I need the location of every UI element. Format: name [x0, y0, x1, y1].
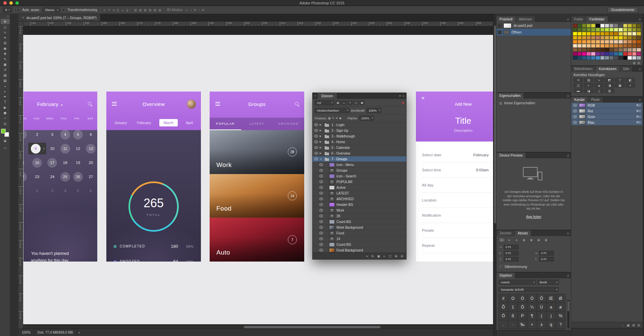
- glyphs-scrollbar[interactable]: [567, 300, 570, 329]
- glyph-cell[interactable]: #: [499, 294, 508, 302]
- marquee-tool[interactable]: ◻: [1, 24, 10, 30]
- color-swatch[interactable]: [623, 52, 628, 56]
- color-swatch[interactable]: [573, 44, 577, 48]
- visibility-eye-icon[interactable]: [319, 186, 323, 189]
- filter-toggle-icon[interactable]: ◉: [401, 101, 404, 104]
- layer-row[interactable]: T 28: [313, 213, 406, 219]
- distribute-hcenter-icon[interactable]: ▤: [153, 8, 157, 12]
- glyph-cell[interactable]: ¶: [527, 312, 536, 320]
- history-source-well[interactable]: [498, 31, 501, 34]
- color-swatch[interactable]: [600, 40, 605, 44]
- type-tool[interactable]: T: [1, 99, 10, 105]
- align-right-edges-icon[interactable]: ⊐: [112, 8, 115, 12]
- layer-row[interactable]: Food Background: [313, 247, 406, 253]
- color-swatch[interactable]: [605, 24, 609, 27]
- visibility-eye-icon[interactable]: [319, 209, 323, 212]
- field-value[interactable]: 0 Pt: [504, 245, 519, 249]
- expand-caret-icon[interactable]: ▶: [320, 129, 322, 132]
- color-swatch[interactable]: [578, 56, 582, 60]
- panel-menu-icon[interactable]: ≡: [565, 153, 571, 158]
- gradient-map-icon[interactable]: ▥: [605, 89, 614, 93]
- tab-swatches[interactable]: Farbfelder: [586, 16, 608, 22]
- threshold-icon[interactable]: ◪: [584, 89, 593, 93]
- color-swatch[interactable]: [605, 56, 609, 60]
- horizontal-scrollbar[interactable]: [23, 325, 493, 329]
- color-swatch[interactable]: [637, 24, 641, 27]
- panel-menu-icon[interactable]: ≡: [637, 66, 643, 72]
- glyph-cell[interactable]: a: [546, 303, 555, 311]
- blur-tool[interactable]: ◒: [1, 83, 10, 89]
- tool-preset-picker[interactable]: ✛ ▾: [3, 7, 12, 12]
- color-swatch[interactable]: [587, 56, 591, 60]
- color-swatch[interactable]: [605, 44, 609, 48]
- color-swatch[interactable]: [573, 56, 577, 60]
- layer-row[interactable]: ▶ 1 - Login: [313, 122, 406, 128]
- glyph-cell[interactable]: Õ: [499, 303, 508, 311]
- space-after-field[interactable]: ↧ 0 Pt: [535, 257, 568, 262]
- color-swatch[interactable]: [619, 32, 623, 36]
- color-swatch[interactable]: [628, 44, 632, 48]
- glyph-cell[interactable]: O: [508, 294, 517, 302]
- color-swatch[interactable]: [637, 28, 641, 32]
- justify-last-left-icon[interactable]: ≣: [521, 237, 527, 242]
- lock-pixels-icon[interactable]: ✎: [332, 117, 334, 120]
- color-swatch[interactable]: [596, 28, 600, 32]
- layer-row[interactable]: ▶ 6 - Overview: [313, 151, 406, 156]
- 3d-roll-icon[interactable]: ○: [190, 8, 192, 12]
- color-swatch[interactable]: [623, 24, 628, 27]
- layer-row[interactable]: ▶ 5 - Calendar: [313, 145, 406, 151]
- delete-swatch-icon[interactable]: ⊟: [637, 61, 640, 65]
- glyph-cell[interactable]: +: [527, 320, 536, 329]
- add-layer-mask-icon[interactable]: ▣: [377, 255, 380, 258]
- quick-selection-tool[interactable]: ✦: [1, 35, 10, 40]
- color-swatch[interactable]: [637, 56, 641, 60]
- color-swatch[interactable]: [628, 28, 632, 32]
- zoom-level[interactable]: 100%: [18, 329, 34, 336]
- glyph-cell[interactable]: ß: [508, 312, 517, 320]
- layer-row[interactable]: ▼ 7 - Groups: [313, 156, 406, 162]
- color-swatch[interactable]: [591, 52, 595, 56]
- tab-actions[interactable]: Aktionen: [516, 16, 535, 22]
- glyph-cell[interactable]: ”: [527, 329, 536, 330]
- new-layer-icon[interactable]: ⊞: [395, 255, 397, 258]
- 3d-scale-icon[interactable]: ⇄: [202, 8, 205, 12]
- photo-filter-icon[interactable]: ▲: [594, 83, 604, 88]
- visibility-eye-icon[interactable]: [319, 203, 323, 206]
- distribute-vcenter-icon[interactable]: ▥: [139, 8, 142, 12]
- color-swatch[interactable]: [609, 56, 614, 60]
- color-swatch[interactable]: [609, 24, 614, 27]
- glyph-cell[interactable]: Ô: [537, 294, 546, 302]
- eraser-tool[interactable]: ▨: [1, 72, 10, 78]
- glyph-cell[interactable]: „: [508, 329, 517, 330]
- shape-tool[interactable]: ◼: [1, 110, 10, 115]
- glyph-cell[interactable]: ‰: [518, 320, 527, 329]
- lock-position-icon[interactable]: ✛: [336, 117, 338, 120]
- color-swatch[interactable]: [578, 52, 582, 56]
- tab-character[interactable]: Zeichen: [496, 230, 515, 236]
- invert-icon[interactable]: ◓: [626, 83, 635, 88]
- color-swatch[interactable]: [632, 44, 637, 48]
- align-left-text-icon[interactable]: ≡: [498, 237, 505, 242]
- glyph-cell[interactable]: Œ: [546, 294, 555, 302]
- color-swatch[interactable]: [596, 36, 600, 40]
- color-swatch[interactable]: [637, 52, 641, 56]
- color-swatch[interactable]: [605, 40, 609, 44]
- visibility-eye-icon[interactable]: [573, 121, 577, 124]
- healing-brush-tool[interactable]: ✚: [1, 51, 10, 56]
- visibility-eye-icon[interactable]: [319, 226, 323, 229]
- visibility-eye-icon[interactable]: [314, 146, 318, 149]
- black-white-icon[interactable]: ◐: [584, 83, 593, 88]
- exposure-icon[interactable]: ◩: [605, 78, 614, 82]
- color-swatch[interactable]: [614, 44, 618, 48]
- color-swatch[interactable]: [596, 40, 600, 44]
- tab-styles[interactable]: Stile: [620, 66, 633, 72]
- glyph-cell[interactable]: Ò: [527, 294, 536, 302]
- color-swatch[interactable]: [609, 28, 614, 32]
- field-value[interactable]: 0 Pt: [504, 257, 519, 262]
- layer-row[interactable]: T Food: [313, 230, 406, 236]
- layer-row[interactable]: Count BG: [313, 242, 406, 247]
- quick-mask-icon[interactable]: ▣: [4, 139, 7, 144]
- color-swatch[interactable]: [605, 36, 609, 40]
- vertical-ruler[interactable]: 1451501551601651701751801851901952002052…: [18, 26, 23, 329]
- new-adjustment-layer-icon[interactable]: ◐: [383, 255, 385, 258]
